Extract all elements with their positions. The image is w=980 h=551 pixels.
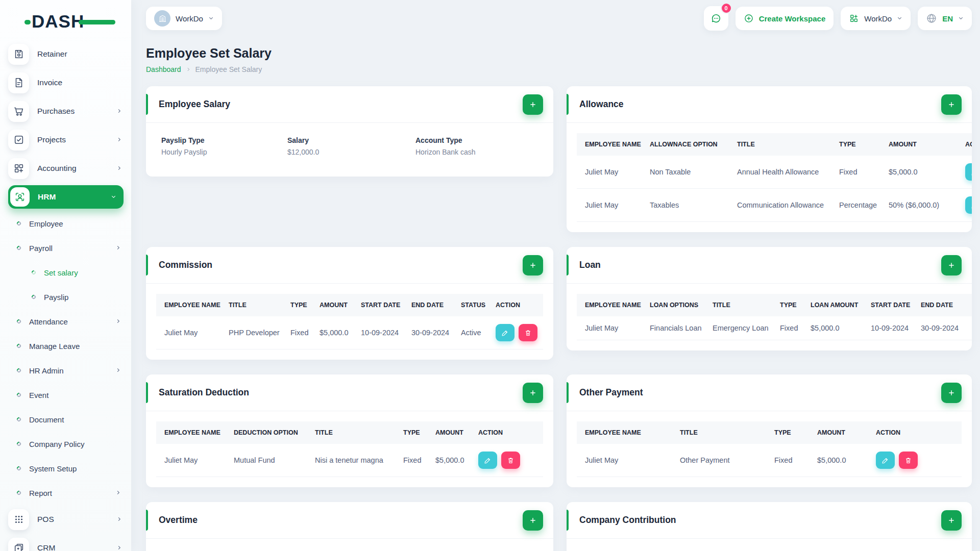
commission-table: EMPLOYEE NAME TITLE TYPE AMOUNT START DA… <box>156 294 543 349</box>
loan-table: EMPLOYEE NAME LOAN OPTIONS TITLE TYPE LO… <box>577 294 972 340</box>
card-title: Loan <box>579 260 941 270</box>
sidebar-item-payslip[interactable]: Payslip <box>0 285 131 309</box>
other-payment-card: Other Payment EMPLOYEE NAME TITLE TYPE A… <box>567 374 972 487</box>
table-row: Juliet May Other Payment Fixed $5,000.0 <box>577 444 962 477</box>
company-contribution-card: Company Contribution <box>567 502 972 551</box>
sidebar-item-company-policy[interactable]: Company Policy <box>0 432 131 456</box>
column-header: START DATE <box>353 294 403 316</box>
sidebar-item-label: Purchases <box>37 107 108 116</box>
chevron-down-icon <box>111 192 116 202</box>
sidebar-item-hrm[interactable]: HRM <box>8 185 124 209</box>
table-row: Juliet May Financials Loan Emergency Loa… <box>577 316 972 340</box>
language-label: EN <box>942 14 953 23</box>
bullet-icon <box>16 392 21 397</box>
delete-button[interactable] <box>501 452 520 469</box>
column-header: AMOUNT <box>427 421 470 444</box>
sidebar-item-label: Accounting <box>37 164 108 173</box>
chat-icon <box>710 13 722 24</box>
logo-accent-bar <box>79 20 115 24</box>
sidebar-item-set-salary[interactable]: Set salary <box>0 260 131 285</box>
sidebar-item-invoice[interactable]: Invoice <box>0 68 131 97</box>
main-content: Employee Set Salary Dashboard Employee S… <box>131 37 980 551</box>
bullet-icon <box>16 318 21 324</box>
bullet-icon <box>16 416 21 422</box>
sidebar-item-label: Company Policy <box>29 440 84 448</box>
cart-icon <box>8 101 29 122</box>
column-header: AMOUNT <box>311 294 353 316</box>
status-text: Active <box>453 316 487 349</box>
column-header: ACTION <box>868 421 962 444</box>
sidebar-item-system-setup[interactable]: System Setup <box>0 456 131 481</box>
table-row: Juliet May Mutual Fund Nisi a tenetur ma… <box>156 444 543 477</box>
app-menu-selector[interactable]: WorkDo <box>841 7 911 30</box>
sidebar-item-label: Manage Leave <box>29 342 80 350</box>
column-header: ACTION <box>957 133 972 156</box>
sidebar-item-hr-admin[interactable]: HR Admin <box>0 358 131 383</box>
workspace-selector[interactable]: WorkDo <box>146 7 222 30</box>
sidebar-item-attendance[interactable]: Attendance <box>0 309 131 334</box>
chevron-down-icon <box>208 14 214 23</box>
sidebar-item-label: Payslip <box>44 293 68 302</box>
delete-button[interactable] <box>899 452 918 469</box>
sidebar-item-label: Employee <box>29 219 63 228</box>
column-header: TITLE <box>307 421 395 444</box>
delete-button[interactable] <box>519 324 537 341</box>
edit-button[interactable] <box>496 324 514 341</box>
add-overtime-button[interactable] <box>523 510 543 531</box>
sidebar-item-event[interactable]: Event <box>0 383 131 407</box>
sidebar-item-report[interactable]: Report <box>0 481 131 505</box>
sidebar-item-payroll[interactable]: Payroll <box>0 236 131 260</box>
column-header: TITLE <box>672 421 766 444</box>
add-commission-button[interactable] <box>523 255 543 276</box>
column-header: TITLE <box>220 294 282 316</box>
add-saturation-deduction-button[interactable] <box>523 383 543 403</box>
sidebar-item-projects[interactable]: Projects <box>0 126 131 154</box>
grid-app-icon <box>849 13 859 23</box>
sidebar-item-document[interactable]: Document <box>0 407 131 432</box>
pencil-icon <box>881 457 889 464</box>
column-header: TYPE <box>831 133 880 156</box>
app-logo[interactable]: DASH <box>32 11 108 33</box>
pencil-icon <box>971 202 972 209</box>
sidebar-item-pos[interactable]: POS <box>0 505 131 534</box>
app-menu-label: WorkDo <box>864 14 892 23</box>
add-employee-salary-button[interactable] <box>523 94 543 115</box>
sidebar-item-label: Retainer <box>37 49 122 59</box>
column-header: END DATE <box>913 294 972 316</box>
edit-button[interactable] <box>965 163 972 181</box>
trash-icon <box>904 457 912 464</box>
add-other-payment-button[interactable] <box>941 383 962 403</box>
messages-button[interactable]: 0 <box>704 6 728 31</box>
sidebar-item-label: Report <box>29 489 52 497</box>
column-header: AMOUNT <box>809 421 868 444</box>
sidebar-item-purchases[interactable]: Purchases <box>0 97 131 126</box>
column-header: LOAN AMOUNT <box>802 294 863 316</box>
edit-button[interactable] <box>478 452 497 469</box>
language-selector[interactable]: EN <box>918 7 972 30</box>
sidebar-item-employee[interactable]: Employee <box>0 211 131 236</box>
create-workspace-button[interactable]: Create Workspace <box>736 7 834 30</box>
bullet-icon <box>31 269 36 275</box>
add-allowance-button[interactable] <box>941 94 962 115</box>
chevron-right-icon <box>116 107 122 116</box>
column-header: ACTION <box>487 294 543 316</box>
add-loan-button[interactable] <box>941 255 962 276</box>
add-company-contribution-button[interactable] <box>941 510 962 531</box>
sidebar-item-label: CRM <box>37 543 108 551</box>
field-label: Payslip Type <box>161 136 287 144</box>
invoice-icon <box>8 72 29 93</box>
breadcrumb-dashboard-link[interactable]: Dashboard <box>146 65 181 73</box>
plus-icon <box>529 516 537 524</box>
commission-card: Commission EMPLOYEE NAME TITLE TYPE AMOU… <box>146 247 553 360</box>
edit-button[interactable] <box>965 196 972 214</box>
sidebar-item-crm[interactable]: CRM <box>0 534 131 551</box>
column-header: STATUS <box>453 294 487 316</box>
sidebar-item-retainer[interactable]: Retainer <box>0 40 131 68</box>
table-row: Juliet May PHP Developer Fixed $5,000.0 … <box>156 316 543 349</box>
sidebar-item-accounting[interactable]: Accounting <box>0 154 131 183</box>
sidebar-item-manage-leave[interactable]: Manage Leave <box>0 334 131 358</box>
chevron-right-icon <box>115 488 121 497</box>
edit-button[interactable] <box>876 452 895 469</box>
chevron-right-icon <box>115 243 121 253</box>
bullet-icon <box>16 490 21 495</box>
